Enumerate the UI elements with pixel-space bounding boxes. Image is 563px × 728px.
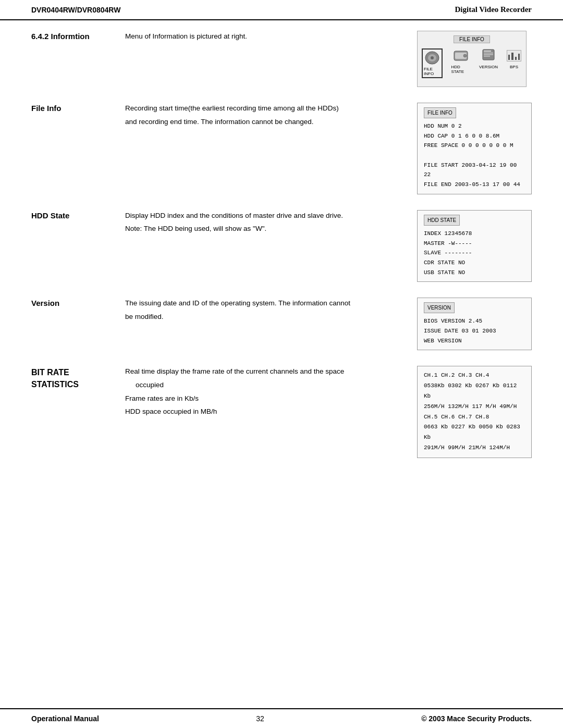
bitrate-desc1: Real time display the frame rate of the …: [125, 366, 407, 377]
hdd-state-icon-item[interactable]: HDD STATE: [451, 48, 471, 78]
version-box: VERSION BIOS VERSION 2.45 ISSUE DATE 03 …: [417, 298, 532, 350]
informtion-content: Menu of Information is pictured at right…: [125, 31, 417, 44]
svg-rect-8: [484, 53, 493, 54]
fileinfo-box: FILE INFO HDD NUM 0 2 HDD CAP 0 1 6 0 0 …: [417, 103, 532, 194]
bitrate-desc2: occupied: [125, 379, 407, 391]
footer-right: © 2003 Mace Security Products.: [421, 714, 532, 723]
bitrate-image: CH.1 CH.2 CH.3 CH.4 0538Kb 0302 Kb 0267 …: [417, 366, 532, 458]
fileinfo-box-line2: HDD CAP 0 1 6 0 0 8.6M: [424, 133, 499, 139]
hddstate-label-text: HDD State: [31, 211, 69, 220]
section-version: Version The issuing date and ID of the o…: [31, 298, 532, 350]
file-info-icon-label: FILE INFO: [424, 67, 440, 76]
bar4: [518, 54, 520, 60]
ch-row3: 256M/H 132M/H 117 M/H 49M/H: [424, 403, 517, 410]
version-label-text: Version: [31, 299, 59, 307]
bar2: [511, 53, 513, 60]
fileinfo-line1: Recording start time(the earliest record…: [125, 103, 407, 114]
bps-icon: [506, 48, 522, 63]
version-content: The issuing date and ID of the operating…: [125, 298, 417, 324]
section-bitrate: BIT RATE STATISTICS Real time display th…: [31, 366, 532, 458]
version-icon-item[interactable]: VERSION: [479, 48, 498, 78]
svg-rect-10: [484, 56, 490, 57]
ch-row4: CH.5 CH.6 CH.7 CH.8: [424, 414, 489, 420]
section-hddstate: HDD State Display HDD index and the cond…: [31, 210, 532, 282]
bitrate-line1: BIT RATE: [31, 368, 69, 377]
version-box-title: VERSION: [424, 302, 455, 313]
fileinfo-label-text: File Info: [31, 104, 62, 113]
hddstate-box: HDD STATE INDEX 12345678 MASTER -W----- …: [417, 210, 532, 282]
hddstate-label: HDD State: [31, 210, 125, 220]
version-icon-label: VERSION: [479, 65, 498, 69]
page-header: DVR0404RW/DVR0804RW Digital Video Record…: [0, 0, 563, 20]
version-image: VERSION BIOS VERSION 2.45 ISSUE DATE 03 …: [417, 298, 532, 350]
bitrate-desc3: Frame rates are in Kb/s: [125, 393, 407, 404]
hddstate-image: HDD STATE INDEX 12345678 MASTER -W----- …: [417, 210, 532, 282]
section-fileinfo: File Info Recording start time(the earli…: [31, 103, 532, 194]
hdd-state-icon-label: HDD STATE: [451, 65, 471, 74]
bps-icon-item[interactable]: BPS: [506, 48, 522, 78]
channel-box: CH.1 CH.2 CH.3 CH.4 0538Kb 0302 Kb 0267 …: [417, 366, 532, 458]
hddstate-box-line3: SLAVE --------: [424, 250, 472, 256]
icon-row: FILE INFO HDD STATE: [422, 48, 522, 78]
bitrate-label: BIT RATE STATISTICS: [31, 366, 125, 390]
hdd-state-icon: [453, 48, 469, 63]
fileinfo-box-line5: FILE END 2003-05-13 17 00 44: [424, 181, 520, 188]
svg-rect-7: [484, 51, 491, 52]
informtion-body: Menu of Information is pictured at right…: [125, 31, 407, 42]
bitrate-desc4: HDD space occupied in MB/h: [125, 406, 407, 417]
bar3: [515, 57, 517, 60]
header-title: Digital Video Recorder: [455, 5, 532, 14]
hddstate-box-line5: USB STATE NO: [424, 269, 465, 276]
fileinfo-content: Recording start time(the earliest record…: [125, 103, 417, 129]
version-box-line1: BIOS VERSION 2.45: [424, 318, 482, 324]
bar1: [508, 55, 510, 60]
hddstate-line1: Display HDD index and the conditions of …: [125, 210, 407, 221]
footer-page-number: 32: [256, 714, 264, 723]
ch-row6: 291M/H 99M/H 21M/H 124M/H: [424, 445, 510, 451]
bitrate-label-text: BIT RATE STATISTICS: [31, 367, 125, 390]
barchart: [507, 50, 521, 61]
bitrate-line2: STATISTICS: [31, 380, 79, 389]
fileinfo-box-line3: FREE SPACE 0 0 0 0 0 0 0 M: [424, 142, 513, 149]
ch-row1: CH.1 CH.2 CH.3 CH.4: [424, 372, 489, 378]
hddstate-box-line1: INDEX 12345678: [424, 230, 472, 237]
fileinfo-label: File Info: [31, 103, 125, 113]
file-info-icon: [424, 51, 440, 65]
svg-point-5: [463, 54, 467, 57]
bps-icon-label: BPS: [510, 65, 518, 69]
main-content: 6.4.2 Informtion Menu of Information is …: [0, 20, 563, 708]
informtion-label: 6.4.2 Informtion: [31, 31, 125, 41]
hddstate-box-line2: MASTER -W-----: [424, 240, 472, 246]
fileinfo-image: FILE INFO HDD NUM 0 2 HDD CAP 0 1 6 0 0 …: [417, 103, 532, 194]
bitrate-content: Real time display the frame rate of the …: [125, 366, 417, 419]
fileinfo-line2: and recording end time. The information …: [125, 116, 407, 128]
ch-row5: 0663 Kb 0227 Kb 0050 Kb 0283 Kb: [424, 424, 520, 440]
version-box-line3: WEB VERSION: [424, 338, 462, 344]
page-footer: Operational Manual 32 © 2003 Mace Securi…: [0, 708, 563, 728]
ch-row2: 0538Kb 0302 Kb 0267 Kb 0112 Kb: [424, 382, 517, 399]
fileinfo-box-line1: HDD NUM 0 2: [424, 123, 462, 129]
file-info-top-box: FILE INFO FILE INFO: [417, 31, 527, 87]
section-informtion: 6.4.2 Informtion Menu of Information is …: [31, 31, 532, 87]
hddstate-line2: Note: The HDD being used, will show as "…: [125, 223, 407, 235]
version-icon: [481, 48, 496, 63]
informtion-image: FILE INFO FILE INFO: [417, 31, 532, 87]
svg-point-2: [431, 56, 434, 59]
version-line1: The issuing date and ID of the operating…: [125, 298, 407, 309]
version-label: Version: [31, 298, 125, 307]
fileinfo-box-line4: FILE START 2003-04-12 19 00 22: [424, 162, 517, 178]
file-info-top-title: FILE INFO: [454, 35, 490, 43]
page: DVR0404RW/DVR0804RW Digital Video Record…: [0, 0, 563, 728]
svg-rect-9: [484, 54, 493, 55]
hddstate-box-line4: CDR STATE NO: [424, 260, 465, 266]
file-info-icon-item[interactable]: FILE INFO: [422, 48, 443, 78]
footer-left: Operational Manual: [31, 714, 99, 723]
header-model: DVR0404RW/DVR0804RW: [31, 6, 120, 14]
hddstate-box-title: HDD STATE: [424, 215, 460, 226]
fileinfo-box-title: FILE INFO: [424, 107, 456, 118]
version-box-line2: ISSUE DATE 03 01 2003: [424, 328, 496, 334]
version-line2: be modified.: [125, 311, 407, 323]
hddstate-content: Display HDD index and the conditions of …: [125, 210, 417, 237]
